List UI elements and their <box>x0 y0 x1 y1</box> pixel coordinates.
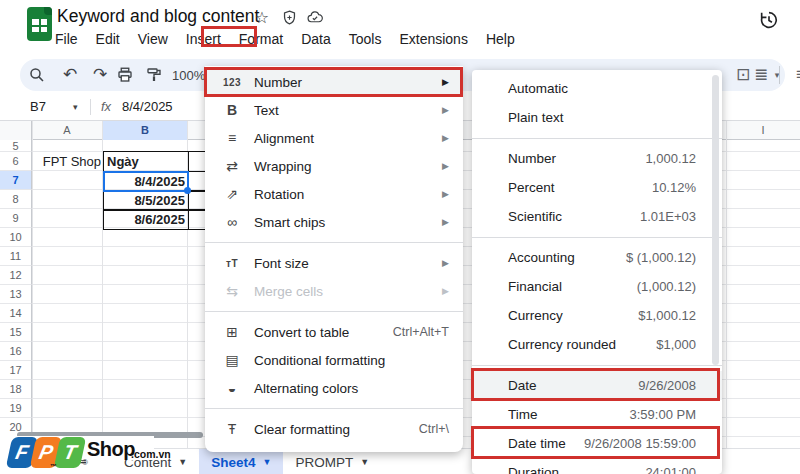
format-menu: 123Number▶BText▶≡Alignment▶⇄Wrapping▶⇗Ro… <box>205 66 463 452</box>
table-icon: ⊞ <box>220 324 244 340</box>
format-menu-item-rotation[interactable]: ⇗Rotation▶ <box>205 180 463 208</box>
format-menu-item-alternating-colors[interactable]: ◒Alternating colors <box>205 374 463 402</box>
row-header-11[interactable]: 11 <box>0 247 32 266</box>
row-header-10[interactable]: 10 <box>0 228 32 247</box>
row-header-13[interactable]: 13 <box>0 285 32 304</box>
menu-item-example: $1,000 <box>656 337 696 352</box>
cell-b8[interactable]: 8/5/2025 <box>104 192 185 210</box>
format-menu-item-wrapping[interactable]: ⇄Wrapping▶ <box>205 152 463 180</box>
row-header-17[interactable]: 17 <box>0 361 32 380</box>
row-header-9[interactable]: 9 <box>0 209 32 228</box>
menubar-item-data[interactable]: Data <box>292 29 340 50</box>
zoom-level-select[interactable]: 100% <box>172 68 205 83</box>
sheet-tab-dropdown-icon[interactable]: ▼ <box>263 457 272 467</box>
number-menu-item-plain-text[interactable]: Plain text <box>472 103 722 132</box>
menu-item-label: Merge cells <box>254 284 323 299</box>
menu-divider <box>472 138 722 139</box>
menubar-item-format[interactable]: Format <box>230 29 292 50</box>
number-menu-item-currency[interactable]: Currency$1,000.12 <box>472 301 722 330</box>
star-icon[interactable]: ☆ <box>253 9 271 27</box>
number-menu-item-date[interactable]: Date9/26/2008 <box>472 371 722 400</box>
menubar-item-help[interactable]: Help <box>477 29 524 50</box>
name-box[interactable]: B7 <box>30 99 46 114</box>
format-menu-item-font-size[interactable]: тTFont size▶ <box>205 249 463 277</box>
search-icon[interactable] <box>28 63 52 87</box>
number-menu-item-percent[interactable]: Percent10.12% <box>472 173 722 202</box>
sheet-tab-dropdown-icon[interactable]: ▼ <box>360 457 369 467</box>
align-icon[interactable]: ≡ <box>789 63 800 87</box>
fx-icon: fx <box>101 99 111 114</box>
row-header-6[interactable]: 6 <box>0 152 32 171</box>
row-header-8[interactable]: 8 <box>0 190 32 209</box>
row-header-15[interactable]: 15 <box>0 323 32 342</box>
row-header-5[interactable]: 5 <box>0 140 32 152</box>
number-submenu: AutomaticPlain textNumber1,000.12Percent… <box>472 70 722 474</box>
menu-item-label: Duration <box>508 465 559 474</box>
format-menu-item-smart-chips[interactable]: ∞Smart chips▶ <box>205 208 463 236</box>
format-menu-item-conditional-formatting[interactable]: ▤Conditional formatting <box>205 346 463 374</box>
number-menu-item-scientific[interactable]: Scientific1.01E+03 <box>472 202 722 231</box>
menu-item-label: Convert to table <box>254 325 349 340</box>
cloud-saved-icon[interactable] <box>306 9 324 27</box>
number-menu-item-accounting[interactable]: Accounting$ (1,000.12) <box>472 243 722 272</box>
column-header-a[interactable]: A <box>32 121 102 140</box>
paint-format-icon[interactable] <box>145 63 169 87</box>
format-menu-item-convert-to-table[interactable]: ⊞Convert to tableCtrl+Alt+T <box>205 318 463 346</box>
selection-outline <box>103 171 189 192</box>
format-menu-item-text[interactable]: BText▶ <box>205 96 463 124</box>
submenu-arrow-icon: ▶ <box>442 105 449 115</box>
row-header-16[interactable]: 16 <box>0 342 32 361</box>
print-icon[interactable] <box>116 63 140 87</box>
name-box-dropdown-icon[interactable]: ▾ <box>73 102 78 112</box>
menu-item-label: Rotation <box>254 187 304 202</box>
format-menu-item-clear-formatting[interactable]: ŦClear formattingCtrl+\ <box>205 415 463 443</box>
menu-divider <box>472 365 722 366</box>
menubar-item-edit[interactable]: Edit <box>87 29 129 50</box>
document-title[interactable]: Keyword and blog content <box>57 6 259 27</box>
number-menu-item-time[interactable]: Time3:59:00 PM <box>472 400 722 429</box>
menu-item-label: Alignment <box>254 131 314 146</box>
number-menu-item-number[interactable]: Number1,000.12 <box>472 144 722 173</box>
cell-a6[interactable]: FPT Shop <box>33 153 101 171</box>
wrapping-icon: ⇄ <box>220 158 244 174</box>
redo-icon[interactable]: ↷ <box>88 63 112 87</box>
submenu-scrollbar[interactable] <box>712 75 719 365</box>
sheet-tab-dropdown-icon[interactable]: ▼ <box>178 457 187 467</box>
row-header-7[interactable]: 7 <box>0 171 32 190</box>
menubar-item-file[interactable]: File <box>46 29 87 50</box>
format-menu-item-number[interactable]: 123Number▶ <box>205 68 463 96</box>
formula-input[interactable]: 8/4/2025 <box>122 99 173 114</box>
watermark-domain-text: .com.vn <box>131 448 171 460</box>
column-header-b[interactable]: B <box>103 121 187 140</box>
number-menu-item-duration[interactable]: Duration24:01:00 <box>472 458 722 474</box>
format-menu-item-alignment[interactable]: ≡Alignment▶ <box>205 124 463 152</box>
undo-icon[interactable]: ↶ <box>58 63 82 87</box>
submenu-arrow-icon: ▶ <box>442 258 449 268</box>
version-history-icon[interactable] <box>758 9 780 31</box>
sheet-tab-sheet4[interactable]: Sheet4▼ <box>199 449 283 474</box>
menubar-item-tools[interactable]: Tools <box>340 29 391 50</box>
menubar-item-extensions[interactable]: Extensions <box>390 29 476 50</box>
menubar-item-insert[interactable]: Insert <box>177 29 230 50</box>
row-header-14[interactable]: 14 <box>0 304 32 323</box>
select-all-corner[interactable] <box>0 121 32 140</box>
sheet-tab-prompt[interactable]: PROMPT▼ <box>283 449 381 474</box>
fill-handle[interactable] <box>184 187 191 194</box>
number-menu-item-currency-rounded[interactable]: Currency rounded$1,000 <box>472 330 722 359</box>
menu-item-label: Currency <box>508 308 563 323</box>
number-menu-item-financial[interactable]: Financial(1,000.12) <box>472 272 722 301</box>
row-header-19[interactable]: 19 <box>0 399 32 418</box>
row-header-18[interactable]: 18 <box>0 380 32 399</box>
column-header-i[interactable]: I <box>726 121 800 140</box>
bold-text-icon: B <box>220 102 244 118</box>
shield-approval-icon[interactable] <box>281 9 299 27</box>
submenu-arrow-icon: ▶ <box>442 286 449 296</box>
cell-b6[interactable]: Ngày <box>107 153 187 171</box>
number-menu-item-automatic[interactable]: Automatic <box>472 74 722 103</box>
menubar-item-view[interactable]: View <box>129 29 177 50</box>
dropdown-icon[interactable]: ▾ <box>765 63 789 87</box>
row-header-12[interactable]: 12 <box>0 266 32 285</box>
submenu-arrow-icon: ▶ <box>442 161 449 171</box>
cell-b9[interactable]: 8/6/2025 <box>104 211 185 229</box>
number-menu-item-date-time[interactable]: Date time9/26/2008 15:59:00 <box>472 429 722 458</box>
